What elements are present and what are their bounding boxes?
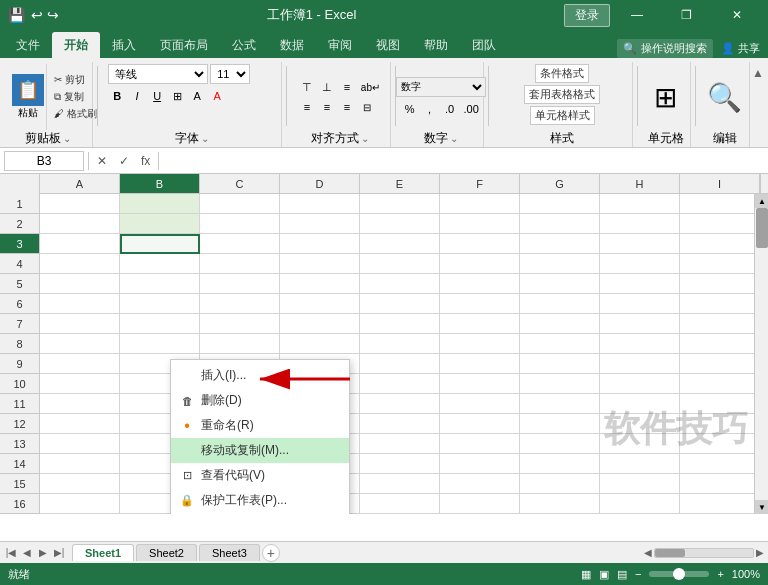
cell-A6[interactable]: [40, 294, 120, 314]
cell-F13[interactable]: [440, 434, 520, 454]
cell-A12[interactable]: [40, 414, 120, 434]
cell-C1[interactable]: [200, 194, 280, 214]
cell-I7[interactable]: [680, 314, 760, 334]
scroll-up-btn[interactable]: ▲: [755, 194, 768, 208]
tab-view[interactable]: 视图: [364, 32, 412, 58]
page-break-icon[interactable]: ▤: [617, 568, 627, 581]
add-sheet-button[interactable]: +: [262, 544, 280, 562]
row-header-8[interactable]: 8: [0, 334, 39, 354]
cell-A3[interactable]: [40, 234, 120, 254]
sheet-nav-prev[interactable]: ◀: [20, 546, 34, 560]
cell-F12[interactable]: [440, 414, 520, 434]
cell-D2[interactable]: [280, 214, 360, 234]
ctx-delete[interactable]: 🗑 删除(D): [171, 388, 349, 413]
cell-E7[interactable]: [360, 314, 440, 334]
cell-F10[interactable]: [440, 374, 520, 394]
font-expander[interactable]: ⌄: [201, 133, 209, 144]
cell-A11[interactable]: [40, 394, 120, 414]
ctx-rename[interactable]: • 重命名(R): [171, 413, 349, 438]
cell-E4[interactable]: [360, 254, 440, 274]
cell-E13[interactable]: [360, 434, 440, 454]
ribbon-collapse[interactable]: ▲: [752, 62, 764, 147]
cell-I6[interactable]: [680, 294, 760, 314]
cell-H5[interactable]: [600, 274, 680, 294]
cell-G16[interactable]: [520, 494, 600, 514]
cell-C2[interactable]: [200, 214, 280, 234]
cell-B6[interactable]: [120, 294, 200, 314]
zoom-minus[interactable]: −: [635, 568, 641, 580]
tab-team[interactable]: 团队: [460, 32, 508, 58]
cell-H4[interactable]: [600, 254, 680, 274]
cell-I10[interactable]: [680, 374, 760, 394]
tab-page-layout[interactable]: 页面布局: [148, 32, 220, 58]
cell-I16[interactable]: [680, 494, 760, 514]
cell-D6[interactable]: [280, 294, 360, 314]
cell-C6[interactable]: [200, 294, 280, 314]
ctx-protect[interactable]: 🔒 保护工作表(P)...: [171, 488, 349, 513]
row-header-2[interactable]: 2: [0, 214, 39, 234]
zoom-thumb[interactable]: [673, 568, 685, 580]
h-scroll-thumb[interactable]: [655, 549, 685, 557]
col-header-A[interactable]: A: [40, 174, 120, 193]
cell-D5[interactable]: [280, 274, 360, 294]
cell-A7[interactable]: [40, 314, 120, 334]
ctx-insert[interactable]: 插入(I)...: [171, 363, 349, 388]
col-header-B[interactable]: B: [120, 174, 200, 193]
confirm-formula-btn[interactable]: ✓: [115, 154, 133, 168]
cell-A14[interactable]: [40, 454, 120, 474]
cell-E1[interactable]: [360, 194, 440, 214]
font-color-button[interactable]: A: [208, 87, 226, 105]
col-header-F[interactable]: F: [440, 174, 520, 193]
row-header-5[interactable]: 5: [0, 274, 39, 294]
conditional-format-button[interactable]: 条件格式: [535, 64, 589, 83]
cell-H2[interactable]: [600, 214, 680, 234]
cell-D7[interactable]: [280, 314, 360, 334]
cell-G8[interactable]: [520, 334, 600, 354]
align-middle-button[interactable]: ⊥: [318, 78, 336, 96]
cell-F4[interactable]: [440, 254, 520, 274]
redo-btn[interactable]: ↪: [47, 7, 59, 23]
col-header-I[interactable]: I: [680, 174, 760, 193]
col-header-D[interactable]: D: [280, 174, 360, 193]
zoom-plus[interactable]: +: [717, 568, 723, 580]
sheet-tab-sheet2[interactable]: Sheet2: [136, 544, 197, 561]
cell-E6[interactable]: [360, 294, 440, 314]
cell-F11[interactable]: [440, 394, 520, 414]
cell-H15[interactable]: [600, 474, 680, 494]
cell-E14[interactable]: [360, 454, 440, 474]
cell-I14[interactable]: [680, 454, 760, 474]
cell-I2[interactable]: [680, 214, 760, 234]
row-header-11[interactable]: 11: [0, 394, 39, 414]
col-header-E[interactable]: E: [360, 174, 440, 193]
row-header-1[interactable]: 1: [0, 194, 39, 214]
page-layout-icon[interactable]: ▣: [599, 568, 609, 581]
row-header-12[interactable]: 12: [0, 414, 39, 434]
cell-A1[interactable]: [40, 194, 120, 214]
fill-color-button[interactable]: A: [188, 87, 206, 105]
h-scroll-track[interactable]: [654, 548, 754, 558]
tab-file[interactable]: 文件: [4, 32, 52, 58]
cell-A5[interactable]: [40, 274, 120, 294]
cell-I8[interactable]: [680, 334, 760, 354]
align-center-button[interactable]: ≡: [318, 98, 336, 116]
percent-button[interactable]: %: [401, 100, 419, 118]
cell-A8[interactable]: [40, 334, 120, 354]
save-icon[interactable]: 💾: [8, 7, 25, 23]
cell-G6[interactable]: [520, 294, 600, 314]
col-header-C[interactable]: C: [200, 174, 280, 193]
cell-C4[interactable]: [200, 254, 280, 274]
sheet-nav-next[interactable]: ▶: [36, 546, 50, 560]
cell-H14[interactable]: [600, 454, 680, 474]
cell-H1[interactable]: [600, 194, 680, 214]
row-header-9[interactable]: 9: [0, 354, 39, 374]
cell-C8[interactable]: [200, 334, 280, 354]
select-all-button[interactable]: [0, 174, 40, 194]
ctx-view-code[interactable]: ⊡ 查看代码(V): [171, 463, 349, 488]
sheet-tab-sheet1[interactable]: Sheet1: [72, 544, 134, 561]
tab-data[interactable]: 数据: [268, 32, 316, 58]
cell-reference-input[interactable]: B3: [4, 151, 84, 171]
cell-I4[interactable]: [680, 254, 760, 274]
cell-G5[interactable]: [520, 274, 600, 294]
row-header-16[interactable]: 16: [0, 494, 39, 514]
align-bottom-button[interactable]: ≡: [338, 78, 356, 96]
